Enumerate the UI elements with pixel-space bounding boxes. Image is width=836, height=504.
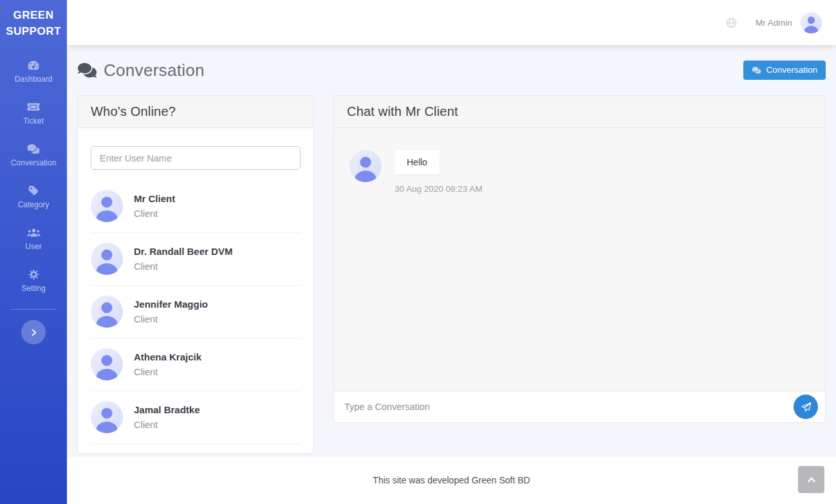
message-bubble: Hello [395,150,440,174]
chat-message-area: Hello 30 Aug 2020 08:23 AM [334,128,825,391]
tachometer-icon [27,59,40,71]
footer-credit: This site was developed Green Soft BD [67,457,836,485]
chevron-right-icon [30,328,38,337]
list-item[interactable]: Dr. Randall Beer DVM Client [91,233,301,286]
whos-online-title: Who's Online? [91,104,301,119]
message-timestamp: 30 Aug 2020 08:23 AM [395,184,483,194]
main-content: Conversation Conversation Who's Online? [67,45,836,457]
send-button[interactable] [794,395,818,419]
user-role: Client [134,314,208,324]
user-avatar[interactable] [801,12,822,33]
paper-plane-icon [800,401,812,413]
sidebar-item-label: Dashboard [15,75,53,84]
user-name: Mr Client [134,193,175,204]
sidebar-item-label: Ticket [23,117,44,126]
page-footer: This site was developed Green Soft BD [67,457,836,504]
scroll-to-top-button[interactable] [798,466,824,493]
list-item[interactable]: Mr Client Client [91,180,301,233]
globe-icon [726,17,737,28]
user-avatar-icon [91,190,123,222]
sidebar-item-label: Setting [21,284,45,293]
topbar-username[interactable]: Mr Admin [756,18,792,28]
user-role: Client [134,209,175,219]
sidebar-item-label: User [25,242,41,251]
user-role: Client [134,367,201,377]
ticket-icon [27,101,40,113]
comments-icon [77,62,97,79]
chat-message-input[interactable] [344,402,794,412]
message-content: Hello 30 Aug 2020 08:23 AM [395,150,483,194]
user-search-input[interactable] [91,146,301,170]
whos-online-header: Who's Online? [78,96,313,128]
chevron-up-icon [807,476,816,483]
app-logo[interactable]: GREEN SUPPORT [6,7,61,39]
user-role: Client [134,420,200,430]
chat-input-row [334,391,825,422]
sidebar-divider [10,309,57,310]
conversation-button[interactable]: Conversation [743,61,826,80]
list-item[interactable]: Athena Krajcik Client [91,339,301,391]
app-logo-line2: SUPPORT [6,23,61,39]
sidebar-nav: Dashboard Ticket Conversation Category U… [0,51,67,302]
user-role: Client [134,261,232,272]
user-avatar-icon [349,150,382,182]
online-user-list: Mr Client Client Dr. Randall Beer DVM Cl… [91,180,301,444]
user-name: Jamal Bradtke [134,404,200,415]
whos-online-card: Who's Online? Mr Client Client [77,95,314,454]
chat-card: Chat with Mr Client Hello 30 Aug 2020 08… [333,95,826,423]
sidebar-item-dashboard[interactable]: Dashboard [0,51,67,93]
page-title-row: Conversation Conversation [67,45,836,95]
topbar: Mr Admin [67,0,836,45]
list-item[interactable]: Jennifer Maggio Client [91,286,301,339]
sidebar-item-setting[interactable]: Setting [0,260,67,302]
user-name: Jennifer Maggio [134,299,208,310]
sidebar-item-conversation[interactable]: Conversation [0,135,67,176]
tag-icon [28,185,39,196]
comments-icon [27,143,40,154]
conversation-button-label: Conversation [766,65,817,75]
sidebar-item-user[interactable]: User [0,218,67,260]
sidebar: GREEN SUPPORT Dashboard Ticket Conversat… [0,0,67,504]
sidebar-item-label: Category [18,200,50,209]
chat-header: Chat with Mr Client [334,96,825,128]
user-avatar-icon [801,12,822,33]
whos-online-body: Mr Client Client Dr. Randall Beer DVM Cl… [78,128,313,444]
users-icon [27,227,41,238]
user-avatar-icon [91,401,123,433]
sidebar-item-ticket[interactable]: Ticket [0,93,67,135]
list-item[interactable]: Jamal Bradtke Client [91,391,301,444]
user-avatar-icon [91,243,123,275]
sidebar-toggle-button[interactable] [21,320,46,344]
comments-icon [752,66,761,74]
user-name: Athena Krajcik [134,351,201,362]
chat-message: Hello 30 Aug 2020 08:23 AM [349,150,810,194]
sidebar-item-category[interactable]: Category [0,176,67,218]
chat-title: Chat with Mr Client [347,104,812,119]
language-button[interactable] [726,17,737,28]
cards-row: Who's Online? Mr Client Client [67,95,836,454]
user-name: Dr. Randall Beer DVM [134,246,232,257]
gear-icon [28,268,39,280]
user-avatar-icon [91,348,123,380]
sidebar-item-label: Conversation [11,158,57,167]
app-logo-line1: GREEN [6,7,61,23]
page-title: Conversation [104,61,743,80]
user-avatar-icon [91,295,123,328]
